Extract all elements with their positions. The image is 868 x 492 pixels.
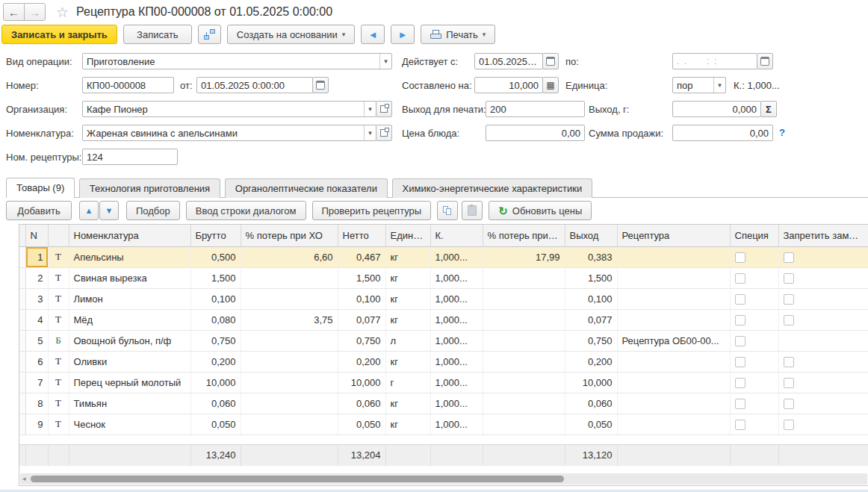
cell-netto[interactable]: 0,050 — [338, 414, 385, 435]
cell-name[interactable]: Лимон — [69, 288, 190, 309]
cell-out[interactable]: 0,060 — [565, 393, 617, 414]
cell-recipe[interactable] — [617, 246, 730, 267]
column-header-loss_go[interactable]: % потерь при ГО — [483, 225, 565, 246]
nomenclature-select[interactable]: Жареная свинина с апельсинами ▾ — [82, 125, 376, 141]
cell-netto[interactable]: 10,000 — [338, 372, 385, 393]
sale-sum-input[interactable]: 0,00 — [672, 125, 773, 141]
cell-out[interactable]: 0,383 — [565, 246, 617, 267]
save-button[interactable]: Записать — [123, 25, 192, 44]
column-header-type[interactable] — [48, 225, 69, 246]
save-and-close-button[interactable]: Записать и закрыть — [1, 25, 117, 44]
cell-netto[interactable]: 0,060 — [338, 393, 385, 414]
cell-brutto[interactable]: 1,500 — [190, 267, 241, 288]
cell-spice[interactable] — [730, 372, 778, 393]
cell-k[interactable]: 1,000... — [430, 414, 483, 435]
column-header-brutto[interactable]: Брутто — [190, 225, 241, 246]
cell-name[interactable]: Перец черный молотый — [69, 372, 190, 393]
move-down-button[interactable]: ▼ — [99, 201, 119, 220]
paste-rows-button[interactable] — [462, 201, 483, 220]
coefficient-text[interactable]: К.: 1,000... — [734, 80, 780, 91]
cell-replace[interactable] — [778, 351, 868, 372]
yield-g-input[interactable]: 0,000 — [672, 101, 761, 117]
cell-spice[interactable] — [730, 393, 778, 414]
cell-name[interactable]: Тимьян — [69, 393, 190, 414]
cell-k[interactable]: 1,000... — [430, 393, 483, 414]
cell-n[interactable]: 3 — [25, 288, 48, 309]
scroll-left-arrow-icon[interactable]: ◂ — [22, 475, 26, 482]
cell-n[interactable]: 1 — [25, 246, 48, 267]
cell-name[interactable]: Овощной бульон, п/ф — [69, 330, 190, 351]
cell-loss_xo[interactable] — [241, 414, 338, 435]
cell-n[interactable]: 9 — [25, 414, 48, 435]
spice-checkbox[interactable] — [735, 336, 745, 346]
pick-button[interactable]: Подбор — [126, 201, 180, 220]
forbid-replace-checkbox[interactable] — [784, 399, 794, 409]
cell-type[interactable]: Т — [48, 414, 69, 435]
cell-replace[interactable] — [778, 267, 868, 288]
cell-replace[interactable] — [778, 372, 868, 393]
cell-brutto[interactable]: 10,000 — [190, 372, 241, 393]
spice-checkbox[interactable] — [735, 399, 745, 409]
organization-select[interactable]: Кафе Пионер ▾ — [82, 101, 376, 117]
cell-out[interactable]: 0,077 — [565, 309, 617, 330]
composed-for-input[interactable]: 10,000 — [474, 77, 543, 93]
cell-recipe[interactable] — [617, 372, 730, 393]
column-header-netto[interactable]: Нетто — [338, 225, 385, 246]
cell-brutto[interactable]: 0,100 — [190, 288, 241, 309]
cell-loss_go[interactable] — [483, 309, 565, 330]
cell-brutto[interactable]: 0,080 — [190, 309, 241, 330]
cell-name[interactable]: Апельсины — [69, 246, 190, 267]
cell-n[interactable]: 2 — [25, 267, 48, 288]
cell-out[interactable]: 0,750 — [565, 330, 617, 351]
cell-recipe[interactable] — [617, 288, 730, 309]
check-recipes-button[interactable]: Проверить рецептуры — [312, 201, 432, 220]
cell-unit[interactable]: кг — [385, 267, 430, 288]
cell-loss_xo[interactable]: 3,75 — [241, 309, 338, 330]
cell-loss_go[interactable] — [483, 351, 565, 372]
cell-unit[interactable]: кг — [385, 309, 430, 330]
cell-k[interactable]: 1,000... — [430, 246, 483, 267]
dish-price-input[interactable]: 0,00 — [486, 125, 585, 141]
cell-n[interactable]: 4 — [25, 309, 48, 330]
cell-out[interactable]: 0,050 — [565, 414, 617, 435]
cell-name[interactable]: Мёд — [69, 309, 190, 330]
calendar-button[interactable] — [312, 77, 329, 93]
cell-loss_go[interactable] — [483, 330, 565, 351]
cell-unit[interactable]: кг — [385, 288, 430, 309]
open-organization-button[interactable] — [376, 101, 392, 117]
open-nomenclature-button[interactable] — [376, 125, 392, 141]
cell-type[interactable]: Т — [48, 246, 69, 267]
horizontal-scrollbar[interactable]: ◂ — [20, 473, 867, 485]
cell-spice[interactable] — [730, 351, 778, 372]
column-header-recipe[interactable]: Рецептура — [617, 225, 730, 246]
tab-organoleptic[interactable]: Органолептические показатели — [225, 178, 388, 198]
chevron-down-icon[interactable]: ▾ — [713, 78, 725, 93]
cell-out[interactable]: 0,100 — [565, 288, 617, 309]
cell-type[interactable]: Т — [48, 351, 69, 372]
cell-replace[interactable] — [778, 246, 868, 267]
cell-recipe[interactable] — [617, 393, 730, 414]
cell-type[interactable]: Б — [48, 330, 69, 351]
cell-netto[interactable]: 0,100 — [338, 288, 385, 309]
help-link[interactable]: ? — [779, 127, 785, 138]
structure-button[interactable] — [198, 25, 221, 44]
cell-loss_go[interactable] — [483, 372, 565, 393]
cell-out[interactable]: 0,200 — [565, 351, 617, 372]
cell-n[interactable]: 7 — [25, 372, 48, 393]
column-header-spice[interactable]: Специя — [730, 225, 778, 246]
cell-loss_xo[interactable] — [241, 351, 338, 372]
scrollbar-thumb[interactable] — [31, 476, 564, 482]
spice-checkbox[interactable] — [735, 420, 745, 430]
cell-loss_xo[interactable] — [241, 330, 338, 351]
cell-brutto[interactable]: 0,060 — [190, 393, 241, 414]
unit-select[interactable]: пор ▾ — [672, 77, 726, 93]
spice-checkbox[interactable] — [735, 315, 745, 326]
calendar-button[interactable] — [757, 53, 773, 69]
cell-netto[interactable]: 0,750 — [338, 330, 385, 351]
next-document-button[interactable]: ► — [391, 25, 415, 44]
cell-name[interactable]: Оливки — [69, 351, 190, 372]
forbid-replace-checkbox[interactable] — [784, 273, 794, 284]
recipe-number-input[interactable]: 124 — [82, 149, 178, 165]
cell-recipe[interactable] — [617, 351, 730, 372]
cell-unit[interactable]: г — [385, 372, 430, 393]
